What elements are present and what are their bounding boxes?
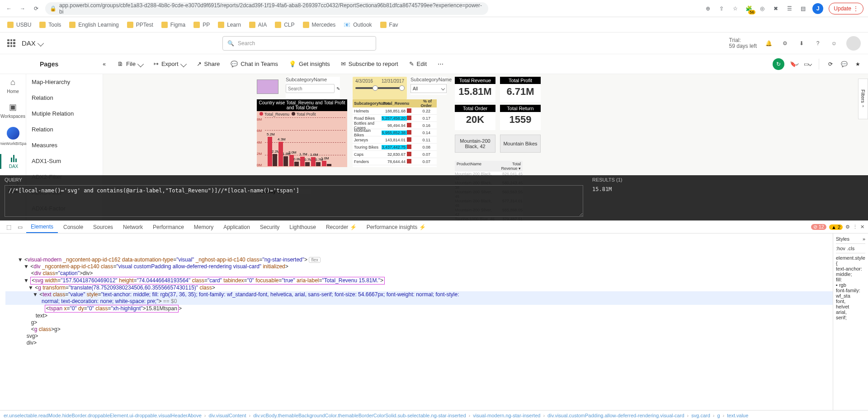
page-item[interactable]: Relation <box>26 121 103 137</box>
bookmark-learn[interactable]: Learn <box>218 22 241 28</box>
devtools-tab[interactable]: Memory <box>189 221 218 233</box>
styles-pane[interactable]: Styles» :hov.cls element.style { text-an… <box>833 233 868 410</box>
search-input[interactable]: 🔍Search <box>222 36 376 51</box>
rail-home[interactable]: ⌂Home <box>0 78 26 94</box>
extensions-icon[interactable]: 🧩56 <box>745 5 753 13</box>
bookmark-mercedes[interactable]: Mercedes <box>303 22 336 28</box>
xpath-query-input[interactable] <box>5 185 583 217</box>
comment-icon[interactable]: 💬 <box>840 60 848 68</box>
rail-jamie[interactable]: JamieWorkBISpace <box>0 127 26 146</box>
table-row[interactable]: Caps32,830.670.07 <box>353 151 437 158</box>
table-row[interactable]: Fenders78,644.440.07 <box>353 158 437 165</box>
favorite-icon[interactable]: ★ <box>854 60 862 68</box>
table-row[interactable]: Jerseys143,814.010.11 <box>353 136 437 144</box>
elements-tree[interactable]: ▼ <visual-modern _ngcontent-app-id-c162 … <box>0 233 833 410</box>
devtools-more-icon[interactable]: ⋮ <box>853 224 858 230</box>
bookmark-outlook[interactable]: 📧Outlook <box>344 22 372 28</box>
bookmark-figma[interactable]: Figma <box>161 22 185 28</box>
devtools-tab[interactable]: Recorder ⚡ <box>321 221 361 233</box>
ext3-icon[interactable]: ☰ <box>785 5 793 13</box>
star-icon[interactable]: ☆ <box>731 5 739 13</box>
share-button[interactable]: ↗ Share <box>192 57 225 71</box>
share-icon[interactable]: ⇪ <box>717 5 726 13</box>
subcategory-table[interactable]: SubcategoryNameTotal_Revenu% of OrderHel… <box>353 99 437 167</box>
country-bar-chart[interactable]: Country wise Total_Revenu and Total Prof… <box>257 99 347 167</box>
kpi-card[interactable]: Total Order20K <box>455 105 495 130</box>
view-icon[interactable]: ▭ <box>803 60 811 68</box>
rail-workspaces[interactable]: ▣Workspaces <box>0 102 26 119</box>
refresh-icon[interactable]: ⟳ <box>826 60 835 68</box>
table-row[interactable]: Helmets188,851.680.22 <box>353 107 437 115</box>
breadcrumb-item[interactable]: visual-modern.ng-star-inserted <box>473 413 540 418</box>
bookmark-usbu[interactable]: USBU <box>7 22 31 28</box>
devtools-tab[interactable]: Elements <box>26 221 58 233</box>
help-icon[interactable]: ? <box>814 39 822 47</box>
page-item[interactable]: Map-Hierarchy <box>26 74 103 90</box>
dropdown-input[interactable]: All <box>410 84 447 93</box>
ext4-icon[interactable]: ▤ <box>799 5 807 13</box>
workspace-dropdown[interactable]: DAX <box>22 39 43 47</box>
date-slicer[interactable]: 4/3/201612/31/2017 <box>353 77 407 99</box>
file-menu[interactable]: 🗎 File <box>113 57 147 71</box>
bookmark-english-learning[interactable]: English Learning <box>69 22 118 28</box>
bookmark-clp[interactable]: CLP <box>275 22 294 28</box>
devtools-tab[interactable]: Sources <box>89 221 118 233</box>
subcategory-slicer[interactable]: SubcategoryName ✎ <box>286 77 340 99</box>
forward-icon[interactable]: → <box>18 4 27 13</box>
kpi-card[interactable]: Total Return1559 <box>500 105 541 130</box>
user-avatar[interactable] <box>846 36 861 51</box>
hov-toggle[interactable]: :hov <box>836 246 845 251</box>
devtools-tab[interactable]: Lighthouse <box>285 221 321 233</box>
devtools-settings-icon[interactable]: ⚙ <box>845 224 850 230</box>
error-count[interactable]: ⊘ 12 <box>811 224 826 230</box>
devtools-tab[interactable]: Network <box>118 221 147 233</box>
bookmark-fav[interactable]: Fav <box>380 22 398 28</box>
subcategory-dropdown-slicer[interactable]: SubcategoryName All <box>410 77 447 95</box>
eraser-icon[interactable]: ✎ <box>336 86 340 91</box>
warn-count[interactable]: ▲ 2 <box>829 224 843 230</box>
bookmark-aia[interactable]: AIA <box>249 22 267 28</box>
bookmark-pp[interactable]: PP <box>193 22 210 28</box>
inspect-icon[interactable]: ⬚ <box>4 224 14 230</box>
breadcrumb-item[interactable]: div.visual.customPadding.allow-deferred-… <box>547 413 684 418</box>
export-menu[interactable]: ↦ Export <box>149 57 190 71</box>
app-launcher-icon[interactable] <box>7 39 15 47</box>
devtools-tab[interactable]: Security <box>255 221 284 233</box>
filters-pane-collapsed[interactable]: Filters › <box>858 79 868 119</box>
download-icon[interactable]: ⬇ <box>797 39 806 47</box>
devtools-breadcrumb[interactable]: er.unselectable.readMode.hideBorder.drop… <box>0 410 868 420</box>
date-slider[interactable] <box>355 87 404 89</box>
devtools-close-icon[interactable]: ✕ <box>860 224 864 230</box>
settings-icon[interactable]: ⚙ <box>781 39 789 47</box>
table-row[interactable]: Mountain Bikes5,955,852.380.14 <box>353 129 437 136</box>
profile-avatar[interactable]: J <box>812 3 823 14</box>
cls-toggle[interactable]: .cls <box>847 246 855 251</box>
breadcrumb-item[interactable]: er.unselectable.readMode.hideBorder.drop… <box>4 413 202 418</box>
kpi-gray-card[interactable]: Mountain-200 Black, 42 <box>455 135 495 153</box>
update-button[interactable]: Update ⋮ <box>829 3 863 14</box>
devtools-tab[interactable]: Console <box>59 221 88 233</box>
breadcrumb-item[interactable]: text.value <box>727 413 748 418</box>
page-item[interactable]: Measures <box>26 137 103 153</box>
ext2-icon[interactable]: ✖ <box>772 5 780 13</box>
feedback-icon[interactable]: ☺ <box>830 39 838 47</box>
ext1-icon[interactable]: ◎ <box>758 5 766 13</box>
kpi-gray-card[interactable]: Mountain Bikes <box>500 135 541 153</box>
color-swatch-visual[interactable] <box>257 79 278 94</box>
table-row[interactable]: Touring Bikes3,437,442.750.08 <box>353 144 437 151</box>
back-icon[interactable]: ← <box>5 4 14 13</box>
device-icon[interactable]: ▭ <box>15 224 25 230</box>
more-menu[interactable]: ⋯ <box>433 57 448 71</box>
notifications-icon[interactable]: 🔔 <box>765 39 773 47</box>
kpi-card[interactable]: Total Profit6.71M <box>500 77 541 102</box>
chat-teams-button[interactable]: 💬 Chat in Teams <box>226 57 283 71</box>
breadcrumb-item[interactable]: div.visualContent <box>209 413 246 418</box>
kpi-card[interactable]: Total Revenue15.81M <box>455 77 495 102</box>
rail-dax-active[interactable]: DAX <box>0 154 26 169</box>
bookmark-pptest[interactable]: PPTest <box>127 22 153 28</box>
slicer-search-input[interactable] <box>286 84 335 93</box>
breadcrumb-item[interactable]: g <box>717 413 720 418</box>
bookmark-tools[interactable]: Tools <box>39 22 61 28</box>
url-bar[interactable]: 🔒 app.powerbi.com/groups/cbfe1a83-d288-4… <box>45 2 488 15</box>
breadcrumb-item[interactable]: div.vcBody.themableBackgroundColor.thema… <box>253 413 466 418</box>
